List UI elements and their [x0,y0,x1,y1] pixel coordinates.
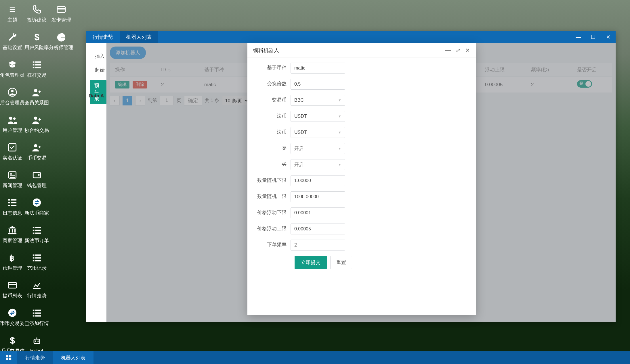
modal-minimize[interactable]: — [445,47,451,54]
order_freq-input[interactable] [291,240,345,251]
desktop-item-基础设置[interactable]: 基础设置 [0,28,24,55]
desktop-item-投诉建议[interactable]: 投诉建议 [24,0,49,28]
taskbar-item-market-trend[interactable]: 行情走势 [17,351,53,364]
desktop-item-已添加行情[interactable]: 已添加行情 [24,303,49,331]
svg-rect-41 [35,227,41,228]
order_freq-label: 下单频率 [256,240,291,250]
svg-point-38 [38,174,40,176]
svg-rect-45 [35,232,41,234]
svg-rect-50 [33,260,34,261]
svg-rect-64 [9,355,11,357]
desktop-item-角色管理员[interactable]: 角色管理员 [0,55,24,83]
desktop-item-label: 已添加行情 [24,320,49,327]
base_coin-label: 基于币种 [256,63,291,73]
wallet-icon [32,170,42,180]
svg-rect-17 [11,205,16,206]
phone-icon [32,5,42,14]
window-close-button[interactable]: ✕ [601,31,616,43]
desktop-item-商家管理[interactable]: 商家管理 [0,221,24,248]
window-maximize-button[interactable]: ☐ [586,31,601,43]
window-minimize-button[interactable]: — [571,31,586,43]
svg-rect-11 [10,177,15,178]
sell-select[interactable]: 开启▼ [291,143,345,154]
desktop-item-行情走势[interactable]: 行情走势 [24,276,49,303]
base_coin-input[interactable] [291,63,345,74]
submit-button[interactable]: 立即提交 [295,256,327,269]
qty_low-input[interactable] [291,175,345,186]
check-square-icon [7,142,17,152]
svg-rect-18 [9,229,10,232]
news-icon [7,170,17,180]
desktop-item-币币交易委[interactable]: 币币交易委 [0,303,24,331]
qty_low-label: 数量随机下限 [256,175,291,186]
pregenerate-button[interactable]: 预生成 [90,80,106,104]
svg-rect-66 [9,358,11,360]
desktop-item-实名认证[interactable]: 实名认证 [0,138,24,165]
svg-rect-33 [35,67,41,68]
svg-rect-14 [8,202,10,203]
desktop-item-主题[interactable]: 主题 [0,0,24,28]
desktop-item-后台管理员[interactable]: 后台管理员 [0,83,24,110]
desktop-item-label: 日志信息 [3,210,22,216]
fiat1-select[interactable]: USDT▼ [291,111,345,122]
svg-rect-30 [33,64,34,65]
desktop-item-label: 投诉建议 [27,17,47,23]
desktop-item-label: 提币列表 [3,292,22,299]
reset-button[interactable]: 重置 [330,256,352,269]
desktop-item-发卡管理[interactable]: 发卡管理 [49,0,73,28]
modal-title: 编辑机器人 [253,47,279,54]
desktop-item-提币列表[interactable]: 提币列表 [0,276,24,303]
svg-rect-13 [11,199,16,200]
price_high-input[interactable] [291,224,345,234]
desktop-item-秒合约交易[interactable]: 秒合约交易 [24,110,49,138]
form-row-multiplier: 变换倍数 [256,79,467,90]
desktop-item-杠杆交易[interactable]: 杠杆交易 [24,55,49,83]
window-tab-market-trend[interactable]: 行情走势 [86,31,120,43]
desktop-item-用户风险率[interactable]: $用户风险率 [24,28,49,55]
form-row-buy: 买开启▼ [256,159,467,170]
desktop-item-日志信息[interactable]: 日志信息 [0,193,24,221]
desktop-item-币币交易[interactable]: 币币交易 [24,138,49,165]
desktop-item-会员关系图[interactable]: 会员关系图 [24,83,49,110]
window-tab-robot-list[interactable]: 机器人列表 [120,31,158,43]
svg-text:$: $ [10,336,15,345]
svg-rect-15 [11,202,16,203]
svg-rect-21 [8,233,16,234]
desktop-item-币种管理[interactable]: ฿币种管理 [0,248,24,276]
desktop-item-用户管理[interactable]: 用户管理 [0,110,24,138]
svg-rect-49 [35,257,41,258]
multiplier-input[interactable] [291,79,345,90]
list-icon [32,225,42,235]
desktop-item-分析师管理[interactable]: 分析师管理 [49,28,73,55]
chevron-down-icon: ▼ [338,147,341,151]
desktop-item-钱包管理[interactable]: 钱包管理 [24,165,49,193]
user-circle-icon [7,87,17,97]
card-icon [56,5,66,14]
fiat2-select[interactable]: USDT▼ [291,127,345,138]
desktop-item-label: 基础设置 [3,44,22,51]
svg-rect-12 [8,199,10,200]
buy-select[interactable]: 开启▼ [291,159,345,170]
svg-rect-54 [33,312,34,313]
svg-point-34 [34,89,37,92]
svg-rect-31 [35,64,41,65]
desktop-item-新法币订单[interactable]: 新法币订单 [24,221,49,248]
svg-text:฿: ฿ [9,253,14,263]
form-row-qty_low: 数量随机下限 [256,175,467,186]
qty_high-input[interactable] [291,191,345,202]
modal-fullscreen[interactable]: ⤢ [456,47,461,54]
desktop-item-充币记录[interactable]: 充币记录 [24,248,49,276]
trade_coin-select[interactable]: BBC▼ [291,95,345,106]
desktop-item-label: 实名认证 [3,155,22,161]
list-icon [32,60,42,70]
modal-close[interactable]: ✕ [465,47,470,54]
svg-rect-40 [33,227,34,228]
taskbar-item-robot-list[interactable]: 机器人列表 [53,351,93,364]
price_low-input[interactable] [291,207,345,218]
lines-icon [7,5,17,14]
desktop-item-新法币商家[interactable]: 新法币商家 [24,193,49,221]
desktop-item-label: 主题 [7,17,17,23]
start-button[interactable] [0,351,17,364]
svg-rect-58 [34,339,40,344]
desktop-item-新闻管理[interactable]: 新闻管理 [0,165,24,193]
